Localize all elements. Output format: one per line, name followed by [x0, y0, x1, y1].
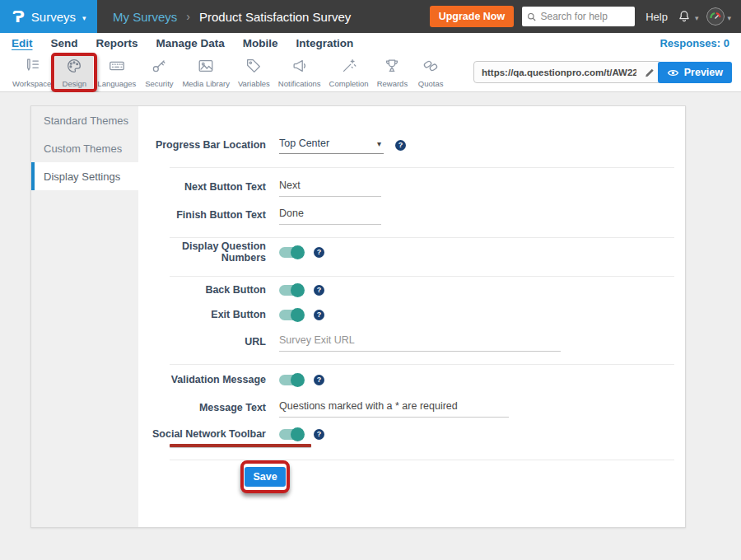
row-exit-button: Exit Button	[138, 306, 673, 323]
product-menu-label: Surveys	[31, 10, 76, 24]
exit-button-toggle[interactable]	[279, 310, 303, 320]
tab-edit[interactable]: Edit	[12, 37, 33, 49]
help-icon[interactable]	[395, 140, 406, 151]
toolbar-quotas[interactable]: Quotas	[412, 53, 450, 91]
header-actions: Upgrade Now Help	[430, 6, 741, 27]
upgrade-now-button[interactable]: Upgrade Now	[430, 6, 515, 27]
quotas-links-icon	[422, 57, 440, 75]
search-icon	[527, 12, 536, 22]
chevron-down-icon	[82, 9, 86, 24]
tab-mobile[interactable]: Mobile	[243, 37, 278, 49]
toolbar-security[interactable]: Security	[140, 53, 178, 91]
notifications-megaphone-icon	[291, 57, 309, 75]
edit-toolbar: Workspace Design Languages Security Medi…	[0, 53, 741, 92]
row-back-button: Back Button	[138, 282, 673, 298]
field-label: Next Button Text	[138, 181, 279, 193]
toolbar-label: Quotas	[418, 79, 444, 88]
responses-count[interactable]: Responses: 0	[659, 37, 729, 49]
annotation-underline-social-toolbar	[170, 444, 311, 447]
preview-label: Preview	[684, 67, 723, 78]
section-divider	[170, 237, 674, 238]
toggle-knob	[291, 245, 305, 259]
sidebar-item-display-settings[interactable]: Display Settings	[31, 162, 138, 190]
help-icon[interactable]	[314, 310, 324, 320]
help-icon[interactable]	[314, 375, 324, 385]
field-label: Finish Button Text	[138, 209, 279, 221]
gauge-avatar-icon	[706, 7, 725, 26]
notifications-bell-menu[interactable]	[676, 8, 699, 25]
breadcrumb-my-surveys[interactable]: My Surveys	[113, 10, 177, 24]
product-menu[interactable]: Ɂ Surveys	[0, 0, 97, 33]
sidebar-item-custom-themes[interactable]: Custom Themes	[31, 134, 138, 162]
help-icon[interactable]	[314, 429, 324, 440]
help-icon[interactable]	[314, 247, 324, 258]
help-icon[interactable]	[314, 285, 324, 296]
design-palette-icon	[65, 57, 83, 75]
field-label: Social Network Toolbar	[138, 428, 279, 440]
select-value: Top Center	[279, 138, 329, 149]
annotation-box-save: Save	[240, 460, 290, 493]
toolbar-media-library[interactable]: Media Library	[178, 53, 234, 91]
row-display-question-numbers: Display Question Numbers	[138, 244, 673, 260]
chevron-down-icon	[727, 9, 731, 24]
eye-icon	[667, 68, 679, 77]
preview-button[interactable]: Preview	[658, 62, 732, 83]
row-next-button-text: Next Button Text	[138, 175, 673, 198]
field-label: Progress Bar Location	[138, 139, 279, 151]
toolbar-notifications[interactable]: Notifications	[274, 53, 325, 91]
toolbar-variables[interactable]: Variables	[234, 53, 274, 91]
rewards-trophy-icon	[383, 57, 401, 75]
toolbar-workspace[interactable]: Workspace	[8, 53, 55, 91]
field-label: Validation Message	[138, 374, 279, 385]
survey-exit-url-input[interactable]	[279, 333, 561, 352]
back-button-toggle[interactable]	[279, 285, 303, 296]
account-menu[interactable]	[706, 7, 731, 26]
section-divider	[170, 276, 674, 277]
section-divider	[170, 364, 674, 365]
toolbar-label: Design	[63, 79, 87, 88]
toolbar-label: Notifications	[278, 79, 321, 88]
tab-send[interactable]: Send	[51, 37, 78, 49]
section-divider	[170, 167, 674, 168]
toggle-knob	[291, 283, 305, 297]
survey-nav: Edit Send Reports Manage Data Mobile Int…	[0, 33, 741, 53]
toolbar-rewards[interactable]: Rewards	[373, 53, 412, 91]
validation-message-toggle[interactable]	[279, 375, 303, 385]
toolbar-completion[interactable]: Completion	[325, 53, 373, 91]
tab-integration[interactable]: Integration	[296, 37, 354, 49]
progress-bar-location-select[interactable]: Top Center	[279, 136, 384, 154]
toolbar-languages[interactable]: Languages	[93, 53, 140, 91]
toolbar-design[interactable]: Design	[55, 53, 93, 91]
tab-reports[interactable]: Reports	[96, 37, 138, 49]
breadcrumb-separator: ›	[186, 10, 190, 23]
row-finish-button-text: Finish Button Text	[138, 203, 673, 226]
toolbar-label: Variables	[238, 79, 270, 88]
message-text-input[interactable]	[279, 399, 509, 418]
social-network-toolbar-toggle[interactable]	[279, 429, 303, 440]
search-input[interactable]	[540, 11, 630, 22]
languages-keyboard-icon	[108, 57, 126, 75]
security-key-icon	[150, 57, 168, 75]
display-settings-panel: Standard Themes Custom Themes Display Se…	[30, 105, 686, 528]
field-label: URL	[138, 336, 279, 348]
save-button[interactable]: Save	[245, 467, 285, 487]
survey-url-input[interactable]	[474, 68, 639, 77]
sidebar-item-standard-themes[interactable]: Standard Themes	[31, 106, 138, 134]
toolbar-label: Media Library	[182, 79, 230, 88]
chevron-down-icon	[695, 9, 699, 24]
field-label: Exit Button	[138, 309, 279, 320]
display-question-numbers-toggle[interactable]	[279, 247, 303, 258]
finish-button-text-input[interactable]	[279, 206, 381, 225]
field-label: Back Button	[138, 284, 279, 296]
questionpro-logo-icon: Ɂ	[12, 9, 25, 25]
avatar	[706, 7, 725, 26]
workspace-icon	[23, 57, 41, 75]
bell-icon	[676, 8, 692, 25]
row-message-text: Message Text	[138, 396, 673, 419]
help-search-box[interactable]	[522, 7, 635, 26]
next-button-text-input[interactable]	[279, 178, 381, 197]
tab-manage-data[interactable]: Manage Data	[156, 37, 225, 49]
content-area: Standard Themes Custom Themes Display Se…	[0, 92, 741, 560]
help-link[interactable]: Help	[645, 11, 668, 23]
breadcrumb: My Surveys › Product Satisfaction Survey	[113, 10, 351, 24]
